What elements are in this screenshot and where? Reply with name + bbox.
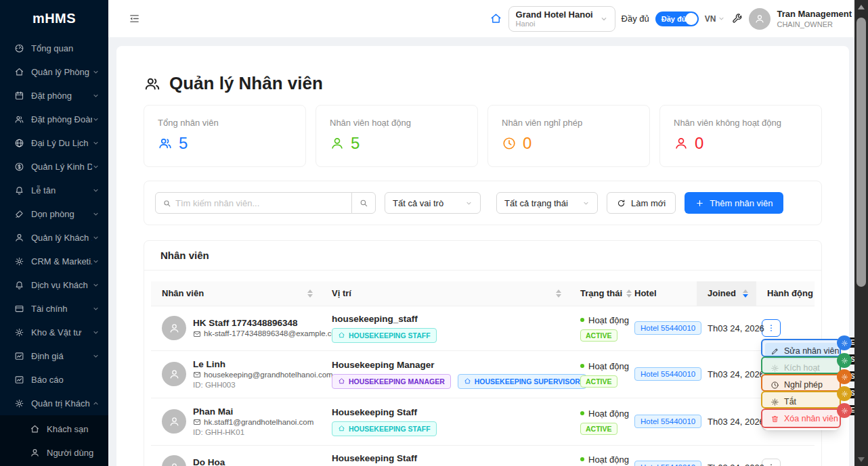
topbar: Grand Hotel Hanoi Hanoi Đầy đủ Đầy đủ VN…: [108, 0, 868, 37]
scroll-up-arrow[interactable]: [854, 1, 868, 12]
menu-item-deactivate[interactable]: Tắt: [765, 394, 837, 410]
sidebar-item-don-phong[interactable]: Dọn phòng: [0, 202, 108, 226]
refresh-button[interactable]: Làm mới: [607, 192, 676, 214]
sidebar-item-label: Tổng quan: [31, 43, 100, 53]
search-icon: [162, 199, 171, 208]
user-name: Tran Management: [777, 9, 852, 20]
cell-status: Hoạt động ACTIVE: [569, 445, 624, 466]
sort-icons: [556, 289, 561, 298]
chevron-down-icon: [92, 258, 100, 265]
home-icon[interactable]: [490, 12, 502, 25]
column-header-joined[interactable]: Joined: [697, 281, 756, 306]
table-header-row: Nhân viên Vị trí Trạng thái Hotel Joined…: [151, 281, 815, 306]
position-name: housekeeping_staff: [332, 314, 561, 324]
add-staff-button[interactable]: Thêm nhân viên: [685, 192, 783, 214]
credit-card-icon: [14, 304, 24, 314]
column-header-actions: Hành động: [756, 281, 815, 306]
chevron-down-icon: [92, 139, 100, 147]
sidebar-item-dich-vu-khach[interactable]: Dịch vụ Khách: [0, 273, 108, 297]
stats-row: Tổng nhân viên 5 Nhân viên hoạt động 5 N…: [144, 105, 822, 167]
column-header-employee[interactable]: Nhân viên: [151, 281, 321, 306]
menu-item-edit-staff[interactable]: Sửa nhân viên: [765, 343, 837, 359]
more-vertical-icon: [766, 463, 776, 466]
mode-label: Đầy đủ: [622, 14, 649, 24]
sidebar-item-bao-cao[interactable]: Báo cáo: [0, 368, 108, 392]
hotel-selector[interactable]: Grand Hotel Hanoi Hanoi: [508, 6, 615, 32]
scroll-down-arrow[interactable]: [854, 454, 868, 465]
status-dot: [580, 411, 584, 415]
scrollbar-thumb[interactable]: [856, 18, 866, 287]
chevron-down-icon: [92, 163, 100, 170]
sidebar-item-tai-chinh[interactable]: Tài chính: [0, 297, 108, 321]
sidebar-item-le-tan[interactable]: Lễ tân: [0, 179, 108, 202]
cell-employee: Do Hoa hk.staff2@grandhotelhanoi.com: [151, 445, 321, 466]
row-actions-button[interactable]: [762, 459, 781, 466]
column-header-status[interactable]: Trạng thái: [569, 281, 624, 306]
sidebar-item-crm-marketing[interactable]: CRM & Marketi...: [0, 250, 108, 273]
email-text: hk-staff-1774348896348@example.com: [204, 329, 343, 339]
search-input[interactable]: [175, 198, 345, 208]
sidebar-item-label: Báo cáo: [31, 375, 100, 385]
sidebar-item-label: Đặt phòng Đoàn: [31, 114, 92, 124]
sidebar-item-dat-phong-doan[interactable]: Đặt phòng Đoàn: [0, 108, 108, 131]
sidebar-item-label: Đại Lý Du Lịch: [31, 138, 92, 148]
mode-toggle[interactable]: Đầy đủ: [655, 11, 699, 26]
column-label: Hotel: [634, 288, 657, 298]
joined-date: Th03 24, 2026: [708, 323, 764, 333]
cell-position: Housekeeping Manager HOUSEKEEPING MANAGE…: [321, 350, 569, 398]
mail-icon: [193, 330, 201, 338]
status-filter-select[interactable]: Tất cả trạng thái: [496, 192, 598, 214]
hotel-tag[interactable]: Hotel 55440010: [634, 415, 701, 428]
stat-number: 0: [523, 134, 531, 153]
user-avatar[interactable]: [749, 8, 771, 30]
hotel-tag[interactable]: Hotel 55440010: [634, 321, 701, 335]
cell-actions: [756, 445, 815, 466]
toggle-knob: [685, 13, 697, 25]
sidebar-subitem-nguoi-dung[interactable]: Người dùng: [0, 441, 108, 465]
user-icon: [754, 14, 765, 24]
row-actions-button[interactable]: [762, 319, 781, 337]
wrench-icon[interactable]: [731, 13, 743, 24]
column-header-position[interactable]: Vị trí: [321, 281, 569, 306]
scrollbar[interactable]: [854, 0, 868, 466]
language-selector[interactable]: VN: [705, 14, 726, 24]
sidebar-item-dinh-gia[interactable]: Định giá: [0, 344, 108, 368]
sidebar-item-dai-ly-du-lich[interactable]: Đại Lý Du Lịch: [0, 131, 108, 155]
chevron-down-icon: [92, 116, 100, 123]
avatar: [162, 409, 186, 434]
menu-item-activate[interactable]: Kích hoạt: [765, 360, 837, 376]
team-icon: [144, 75, 161, 93]
main-content: Quản lý Nhân viên Tổng nhân viên 5 Nhân …: [108, 37, 854, 466]
cell-status: Hoạt động ACTIVE: [569, 306, 624, 350]
sidebar-item-quan-tri-khach-san[interactable]: Quản trị Khách ...: [0, 392, 108, 415]
stat-card-total: Tổng nhân viên 5: [144, 105, 306, 167]
hotel-tag[interactable]: Hotel 55440010: [634, 367, 701, 381]
table-card-body: Nhân viên Vị trí Trạng thái Hotel Joined…: [144, 271, 821, 466]
sidebar-item-kho-vat-tu[interactable]: Kho & Vật tư: [0, 321, 108, 344]
sidebar-item-tong-quan[interactable]: Tổng quan: [0, 37, 108, 60]
chevron-down-icon: [92, 92, 100, 99]
sidebar-item-quan-ly-kinh-doanh[interactable]: Quản Lý Kinh D...: [0, 155, 108, 179]
menu-item-delete-staff[interactable]: Xóa nhân viên: [765, 411, 837, 427]
position-name: Housekeeping Manager: [332, 360, 561, 370]
sidebar-subitem-khach-san[interactable]: Khách sạn: [0, 417, 108, 441]
sidebar-item-quan-ly-phong[interactable]: Quản lý Phòng: [0, 60, 108, 84]
chevron-up-icon: [92, 400, 100, 407]
role-filter-select[interactable]: Tất cả vai trò: [385, 192, 481, 214]
column-header-hotel[interactable]: Hotel: [624, 281, 697, 306]
user-icon: [330, 136, 345, 151]
menu-fold-icon[interactable]: [129, 13, 140, 24]
menu-item-leave[interactable]: Nghỉ phép: [765, 377, 837, 393]
sidebar-item-dat-phong[interactable]: Đặt phòng: [0, 84, 108, 108]
employee-name: Le Linh: [193, 358, 333, 370]
hotel-tag[interactable]: Hotel 55440010: [634, 461, 701, 466]
chevron-down-icon: [718, 15, 725, 22]
stat-number: 0: [695, 134, 703, 153]
user-icon: [169, 369, 180, 380]
cell-employee: Le Linh housekeeping@grandhotelhanoi.com…: [151, 350, 321, 398]
search-button[interactable]: [351, 192, 376, 214]
cell-status: Hoạt động ACTIVE: [569, 398, 624, 445]
sidebar-item-quan-ly-khach[interactable]: Quản lý Khách ...: [0, 226, 108, 250]
chevron-down-icon: [92, 281, 100, 289]
sort-icons: [743, 289, 748, 298]
